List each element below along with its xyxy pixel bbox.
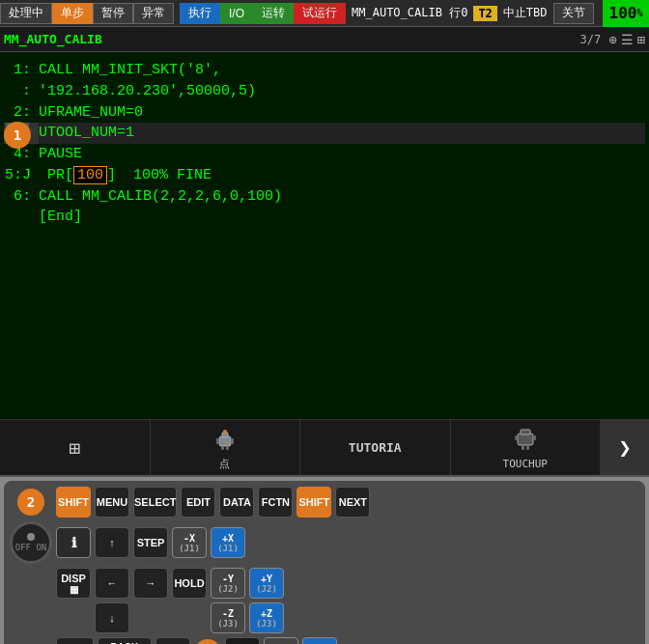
layout-icon[interactable]: ⊞ — [637, 32, 645, 47]
down-arrow-btn[interactable]: ↓ — [95, 602, 129, 633]
disp-label: DISP — [61, 573, 86, 584]
kbd-row-5: RESET BACKSPACE ITEM 2 FWD -X (J4) +X (J… — [10, 637, 639, 644]
code-line-2: 2: UFRAME_NUM=0 — [4, 102, 645, 124]
code-line-5: 5:J PR[100] 100% FINE — [4, 165, 645, 186]
info-icon: ℹ — [71, 535, 76, 550]
svg-rect-6 — [226, 446, 229, 450]
page-indicator: 3/7 — [579, 33, 601, 46]
code-line-6: 6: CALL MM_CALIB(2,2,2,6,0,100) — [4, 186, 645, 208]
arrow-icon: ❯ — [618, 435, 631, 460]
shift2-btn[interactable]: SHIFT — [296, 487, 331, 518]
percent-display: 100% — [603, 0, 649, 27]
code-line-end: [End] — [4, 207, 645, 228]
svg-rect-3 — [216, 438, 219, 444]
program-title: MM_AUTO_CALIB — [4, 32, 579, 46]
axis-pos-z-btn[interactable]: +Z (J3) — [249, 602, 284, 633]
off-on-dot — [27, 533, 35, 541]
fwd-btn[interactable]: FWD — [225, 637, 260, 644]
svg-rect-9 — [518, 434, 533, 445]
svg-rect-11 — [522, 445, 524, 450]
kbd-row-4: ↓ -Z (J3) +Z (J3) — [10, 602, 639, 633]
right-arrow-icon: → — [146, 577, 156, 589]
axis-neg-x2-btn[interactable]: -X (J4) — [264, 637, 298, 644]
execute-btn[interactable]: 执行 — [180, 3, 220, 24]
nav-grid[interactable]: ⊞ — [0, 420, 151, 475]
status-text: MM_AUTO_CALIB 行0 — [346, 5, 473, 21]
axis-pos-x2-btn[interactable]: +X (J4) — [302, 637, 337, 644]
badge-2-row5: 2 — [194, 639, 221, 644]
status-tbd: 中止TBD — [497, 5, 553, 21]
left-arrow-btn[interactable]: ← — [95, 568, 129, 599]
grid-icon: ⊞ — [69, 436, 80, 460]
keyboard-inner: 2 SHIFT MENU SELECT EDIT DATA FCTN SHIFT… — [4, 481, 645, 644]
pause-btn[interactable]: 暂停 — [93, 3, 133, 24]
left-arrow-icon: ← — [107, 577, 118, 589]
svg-rect-10 — [521, 430, 530, 434]
code-line-1cont: : '192.168.20.230',50000,5) — [4, 81, 645, 102]
code-area: 1 1: CALL MM_INIT_SKT('8', : '192.168.20… — [0, 52, 649, 419]
svg-rect-4 — [231, 438, 234, 444]
axis-neg-z-btn[interactable]: -Z (J3) — [211, 602, 245, 633]
axis-pos-y-btn[interactable]: +Y (J2) — [249, 568, 284, 599]
disp-icon: ▦ — [70, 584, 78, 595]
kbd-row-1: 2 SHIFT MENU SELECT EDIT DATA FCTN SHIFT… — [10, 487, 639, 518]
menu-btn[interactable]: MENU — [95, 487, 129, 518]
processing-btn[interactable]: 处理中 — [0, 3, 52, 24]
kbd-row-3: DISP ▦ ← → HOLD -Y (J2) +Y (J2) — [10, 568, 639, 599]
code-line-3: 3: UTOOL_NUM=1 — [4, 123, 645, 144]
code-line-4: 4: PAUSE — [4, 144, 645, 165]
zoom-icon[interactable]: ⊕ — [608, 32, 616, 47]
nav-robot-label: 点 — [219, 457, 230, 471]
abnormal-btn[interactable]: 异常 — [133, 3, 174, 24]
reset-btn[interactable]: RESET — [56, 637, 94, 644]
right-arrow-btn[interactable]: → — [133, 568, 168, 599]
close-btn[interactable]: 关节 — [553, 3, 594, 24]
svg-rect-5 — [221, 446, 224, 450]
data-btn[interactable]: DATA — [219, 487, 254, 518]
step-btn2[interactable]: STEP — [133, 527, 168, 558]
off-on-btn[interactable]: OFF ON — [10, 521, 52, 564]
badge-1: 1 — [4, 122, 31, 149]
nav-arrow[interactable]: ❯ — [601, 420, 649, 475]
off-on-label: OFF ON — [15, 543, 47, 552]
hold-btn[interactable]: HOLD — [172, 568, 207, 599]
disp-btn[interactable]: DISP ▦ — [56, 568, 91, 599]
robot-icon — [212, 425, 239, 457]
axis-neg-x-btn[interactable]: -X (J1) — [172, 527, 207, 558]
backspace-btn[interactable]: BACKSPACE — [98, 637, 152, 644]
touchup-icon — [512, 426, 539, 458]
axis-neg-y-btn[interactable]: -Y (J2) — [211, 568, 245, 599]
trial-run-btn[interactable]: 试运行 — [294, 3, 346, 24]
fctn-btn[interactable]: FCTN — [258, 487, 293, 518]
up-arrow-icon: ↑ — [109, 537, 115, 548]
top-toolbar: 处理中 单步 暂停 异常 执行 I/O 运转 试运行 MM_AUTO_CALIB… — [0, 0, 649, 27]
svg-rect-13 — [515, 435, 518, 440]
next-btn[interactable]: NEXT — [335, 487, 370, 518]
code-line-1: 1: CALL MM_INIT_SKT('8', — [4, 60, 645, 81]
second-toolbar: MM_AUTO_CALIB 3/7 ⊕ ☰ ⊞ — [0, 27, 649, 52]
nav-tutorial[interactable]: TUTORIA — [300, 420, 451, 475]
kbd-row-2: OFF ON ℹ ↑ STEP -X (J1) +X (J1) — [10, 521, 639, 564]
tutorial-label: TUTORIA — [349, 440, 402, 455]
io-btn[interactable]: I/O — [220, 3, 253, 24]
axis-pos-x-btn[interactable]: +X (J1) — [211, 527, 245, 558]
svg-rect-14 — [533, 435, 536, 440]
menu-icon[interactable]: ☰ — [621, 32, 634, 47]
shift1-btn[interactable]: SHIFT — [56, 487, 91, 518]
step-btn[interactable]: 单步 — [52, 3, 93, 24]
up-arrow-btn[interactable]: ↑ — [95, 527, 129, 558]
run-btn[interactable]: 运转 — [253, 3, 294, 24]
touchup-label: TOUCHUP — [503, 458, 548, 470]
svg-point-7 — [221, 438, 223, 440]
select-btn[interactable]: SELECT — [133, 487, 177, 518]
svg-point-2 — [223, 430, 227, 434]
item-btn[interactable]: ITEM — [155, 637, 190, 644]
bottom-nav: ⊞ 点 TUTORIA — [0, 419, 649, 477]
nav-touchup[interactable]: TOUCHUP — [451, 420, 602, 475]
nav-robot[interactable]: 点 — [151, 420, 301, 475]
pr-value: 100 — [73, 166, 107, 184]
edit-btn[interactable]: EDIT — [181, 487, 215, 518]
info-btn[interactable]: ℹ — [56, 527, 91, 558]
down-arrow-icon: ↓ — [109, 612, 115, 624]
svg-rect-12 — [526, 445, 529, 450]
